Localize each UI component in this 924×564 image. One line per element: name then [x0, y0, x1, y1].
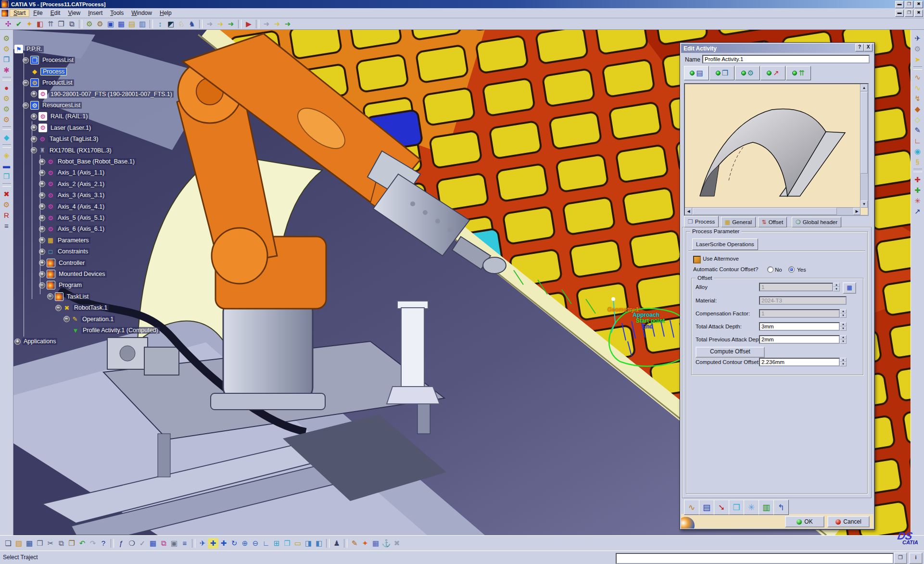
film-clock-icon[interactable]: ▤: [127, 19, 137, 29]
cyan-cube-icon[interactable]: ◆: [1, 132, 12, 142]
gear-tool-1-icon[interactable]: ⚙: [1, 93, 12, 103]
node-curve-icon[interactable]: §: [912, 156, 923, 167]
surface-flag-button[interactable]: ❒: [729, 500, 744, 515]
flame-mark-icon[interactable]: ✦: [360, 538, 370, 549]
sim-statue-button[interactable]: ➘: [714, 500, 729, 515]
minimize-button[interactable]: ▬: [895, 1, 904, 8]
traject-curve-button[interactable]: ∿: [684, 500, 699, 515]
redo-icon[interactable]: ↷: [88, 538, 98, 549]
info-button[interactable]: i: [909, 552, 923, 564]
ghost-arrow-4-icon[interactable]: ➜: [261, 19, 272, 29]
star-process-icon[interactable]: ✦: [24, 19, 35, 29]
ghost-arrow-2-icon[interactable]: ➜: [215, 19, 226, 29]
activity-name-input[interactable]: [702, 55, 870, 63]
gear-return-icon[interactable]: ⚙: [1, 33, 12, 43]
window-list-button[interactable]: ❐: [894, 552, 907, 564]
tree-item-p-p-r[interactable]: ⚑P.P.R.: [14, 44, 44, 54]
color-cube-icon[interactable]: ◧: [35, 19, 45, 29]
cco-spinner[interactable]: ▲▼: [840, 358, 847, 366]
dialog-title-bar[interactable]: Edit Activity: [681, 44, 873, 53]
structure-tree-icon[interactable]: ⧉: [158, 538, 169, 549]
tree-item-mounted-devices[interactable]: +Mounted Devices: [39, 269, 107, 279]
use-altermove-checkbox[interactable]: [693, 256, 701, 263]
menu-insert[interactable]: Insert: [84, 9, 106, 17]
help-select-icon[interactable]: ?: [98, 538, 109, 549]
tree-item-process[interactable]: ◆Process: [31, 67, 67, 76]
select-arrow-icon[interactable]: ➤: [912, 54, 923, 64]
radio-no[interactable]: [767, 266, 773, 273]
machine-head-icon[interactable]: ✈: [912, 33, 923, 43]
formula-fx-icon[interactable]: ƒ: [116, 538, 127, 549]
alloy-table-button[interactable]: ▦: [843, 282, 856, 294]
curve-jump-icon[interactable]: ↯: [912, 93, 923, 103]
corner-path-button[interactable]: ↰: [773, 500, 789, 515]
design-table-icon[interactable]: ▦: [148, 538, 158, 549]
check-process-icon[interactable]: ✔: [13, 19, 24, 29]
tab-global-header[interactable]: ❍Global header: [792, 217, 841, 227]
tree-item-axis-4-axis-4-1[interactable]: +⚙Axis_4 (Axis_4.1): [39, 202, 106, 212]
tab-offset[interactable]: ⇅Offset: [758, 217, 787, 227]
save-icon[interactable]: ▦: [24, 538, 35, 549]
tile-windows-icon[interactable]: ❐: [56, 19, 66, 29]
tab-general[interactable]: ▦General: [721, 217, 756, 227]
dialog-close-button[interactable]: X: [864, 44, 873, 51]
preview-vscrollbar[interactable]: ▲ ▼: [860, 84, 868, 208]
menu-view[interactable]: View: [64, 9, 84, 17]
preview-hscrollbar[interactable]: ◀ ▶: [685, 207, 861, 215]
tree-item-robot-base-robot-base-1[interactable]: +⚙Robot_Base (Robot_Base.1): [39, 157, 136, 166]
equivalents-icon[interactable]: ≡: [179, 538, 190, 549]
menu-help[interactable]: Help: [156, 9, 176, 17]
axis-cross-icon[interactable]: ✚: [912, 185, 923, 195]
menu-tools[interactable]: Tools: [106, 9, 127, 17]
runner-teach-icon[interactable]: ♘: [176, 19, 187, 29]
cut-icon[interactable]: ✂: [45, 538, 56, 549]
tree-item-tasklist[interactable]: −TaskList: [47, 292, 90, 301]
ghost-arrow-5-icon[interactable]: ➜: [272, 19, 282, 29]
expand-icon[interactable]: +: [31, 91, 37, 97]
tree-item-processlist[interactable]: −❐ProcessList: [23, 55, 75, 65]
swing-arm-icon[interactable]: ◉: [912, 146, 923, 156]
normal-vectors-tab[interactable]: ⇈: [786, 66, 811, 80]
zoom-out-icon[interactable]: ⊖: [250, 538, 261, 549]
tree-item-resourceslist[interactable]: −⚙ResourcesList: [23, 100, 82, 110]
r-list-icon[interactable]: R: [1, 210, 12, 220]
curve-tool-icon[interactable]: ∿: [912, 72, 923, 82]
comb-green-button[interactable]: ▥: [759, 500, 774, 515]
tree-item-rx170bl-rx170bl-3[interactable]: −♜RX170BL (RX170BL.3): [31, 146, 113, 155]
profile-tab[interactable]: ▤: [684, 66, 709, 80]
normal-view-icon[interactable]: ∟: [261, 538, 271, 549]
scene-label-end[interactable]: End: [642, 323, 653, 330]
gear-swap-icon[interactable]: ⚙: [1, 199, 12, 210]
gear-cursor-icon[interactable]: ⚙: [912, 43, 923, 54]
chain-gray-icon[interactable]: ✖: [392, 538, 402, 549]
tree-item-axis-1-axis-1-1[interactable]: +⚙Axis_1 (Axis_1.1): [39, 168, 106, 177]
computed-contour-offset-input[interactable]: [759, 358, 840, 366]
laser-etch-icon[interactable]: ✎: [349, 538, 360, 549]
pan-icon[interactable]: ✚: [218, 538, 229, 549]
menu-edit[interactable]: Edit: [47, 9, 64, 17]
film-strip-icon[interactable]: ▥: [137, 19, 148, 29]
anchor-frame-icon[interactable]: ⚓: [381, 538, 392, 549]
tad-spinner[interactable]: ▲▼: [840, 322, 847, 331]
fly-mode-icon[interactable]: ✈: [197, 538, 208, 549]
snowflake-button[interactable]: ✳: [744, 500, 759, 515]
joystick-icon[interactable]: ↕: [155, 19, 165, 29]
tab-process[interactable]: ❒Process: [684, 216, 719, 227]
ghost-arrow-1-icon[interactable]: ➜: [204, 19, 215, 29]
ok-button[interactable]: OK: [785, 516, 824, 527]
collapse-icon[interactable]: −: [55, 305, 62, 311]
new-document-icon[interactable]: ❏: [3, 538, 13, 549]
lock-icon[interactable]: ▣: [169, 538, 179, 549]
cylinder-view-icon[interactable]: ▭: [292, 538, 303, 549]
tree-item-parameters[interactable]: +▦Parameters: [39, 236, 90, 245]
tree-item-productlist[interactable]: −⚙ProductList: [23, 78, 74, 88]
tag-table-icon[interactable]: ▦: [116, 19, 127, 29]
tree-item-applications[interactable]: +Applications: [14, 337, 57, 346]
arrow-swoosh-icon[interactable]: ↗: [912, 206, 923, 216]
tree-item-rail-rail-1[interactable]: +⚙RAIL (RAIL.1): [31, 112, 89, 121]
simulation-figures-icon[interactable]: ✣: [3, 19, 13, 29]
star-gears-icon[interactable]: ✳: [912, 195, 923, 206]
axis-frame-tab[interactable]: ↗: [760, 66, 785, 80]
robot-motion-tab[interactable]: ⚙: [735, 66, 760, 80]
shade-mode-icon[interactable]: ◨: [303, 538, 314, 549]
